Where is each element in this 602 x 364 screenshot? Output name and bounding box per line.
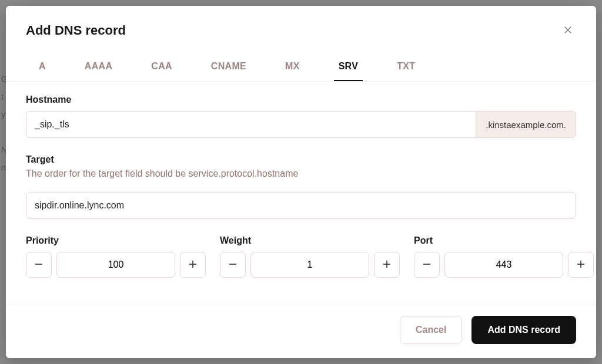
record-type-tabs: A AAAA CAA CNAME MX SRV TXT	[6, 55, 596, 82]
dialog-footer: Cancel Add DNS record	[6, 305, 596, 358]
priority-input[interactable]	[56, 252, 175, 278]
priority-stepper	[26, 252, 206, 278]
hostname-input[interactable]	[26, 111, 476, 138]
add-dns-record-dialog: Add DNS record A AAAA CAA CNAME MX SRV T…	[6, 6, 596, 358]
minus-icon	[34, 259, 44, 271]
target-input[interactable]	[26, 192, 576, 219]
port-stepper	[414, 252, 594, 278]
close-button[interactable]	[560, 22, 576, 39]
minus-icon	[228, 259, 238, 271]
cancel-button[interactable]: Cancel	[400, 316, 462, 344]
port-section: Port	[414, 235, 594, 278]
add-dns-record-button[interactable]: Add DNS record	[471, 316, 576, 344]
weight-decrement-button[interactable]	[220, 252, 246, 278]
weight-section: Weight	[220, 235, 400, 278]
target-label: Target	[26, 154, 576, 165]
weight-input[interactable]	[250, 252, 369, 278]
tab-txt[interactable]: TXT	[384, 55, 428, 81]
dialog-title: Add DNS record	[26, 23, 126, 38]
target-help-text: The order for the target field should be…	[26, 168, 576, 179]
tab-a[interactable]: A	[26, 55, 59, 81]
target-section: Target The order for the target field sh…	[26, 154, 576, 219]
dialog-header: Add DNS record	[6, 6, 596, 53]
dns-record-form: Hostname .kinstaexample.com. Target The …	[6, 82, 596, 305]
numeric-fields-row: Priority Weight	[26, 235, 576, 278]
plus-icon	[188, 259, 198, 271]
port-decrement-button[interactable]	[414, 252, 440, 278]
background-page-fragment: GtyNn	[1, 70, 6, 176]
weight-label: Weight	[220, 235, 400, 246]
tab-srv[interactable]: SRV	[326, 55, 372, 81]
weight-increment-button[interactable]	[374, 252, 400, 278]
modal-backdrop: GtyNn Add DNS record A AAAA CAA CNAME MX…	[0, 0, 602, 364]
tab-caa[interactable]: CAA	[138, 55, 185, 81]
hostname-suffix: .kinstaexample.com.	[476, 111, 576, 138]
priority-label: Priority	[26, 235, 206, 246]
plus-icon	[576, 259, 586, 271]
priority-section: Priority	[26, 235, 206, 278]
priority-increment-button[interactable]	[180, 252, 206, 278]
port-increment-button[interactable]	[568, 252, 594, 278]
hostname-section: Hostname .kinstaexample.com.	[26, 95, 576, 138]
hostname-input-group: .kinstaexample.com.	[26, 111, 576, 138]
port-label: Port	[414, 235, 594, 246]
minus-icon	[422, 259, 432, 271]
weight-stepper	[220, 252, 400, 278]
close-icon	[564, 25, 572, 37]
tab-cname[interactable]: CNAME	[198, 55, 259, 81]
plus-icon	[382, 259, 392, 271]
priority-decrement-button[interactable]	[26, 252, 52, 278]
tab-mx[interactable]: MX	[272, 55, 313, 81]
tab-aaaa[interactable]: AAAA	[72, 55, 125, 81]
hostname-label: Hostname	[26, 95, 576, 105]
port-input[interactable]	[444, 252, 563, 278]
